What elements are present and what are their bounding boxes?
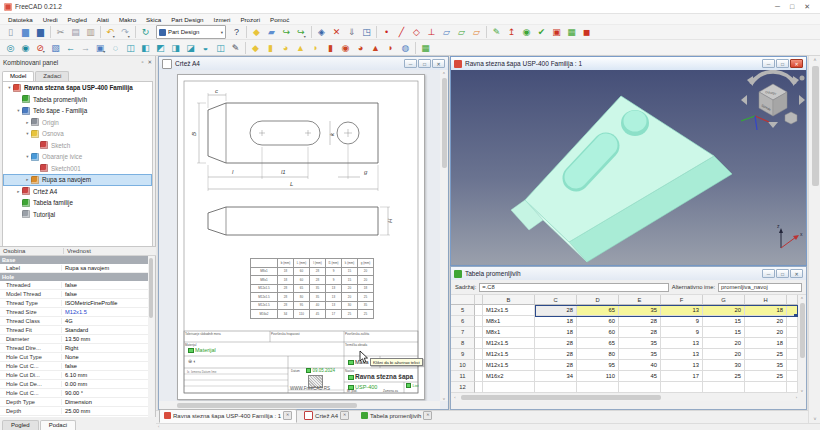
zoom-icon[interactable]: ◌	[108, 41, 123, 54]
subtractive-pipe-icon[interactable]: ◗	[383, 41, 398, 54]
grid-corner[interactable]	[475, 295, 483, 305]
textured-view-icon[interactable]: ▧	[48, 41, 63, 54]
view-sketch-icon[interactable]: ◉	[519, 26, 534, 39]
float-panel-icon[interactable]: ▫	[141, 59, 143, 65]
export-icon[interactable]: ◳	[359, 26, 374, 39]
prop-value[interactable]: 0.00 mm	[62, 381, 149, 387]
leave-sketch-icon[interactable]: ↥	[504, 26, 519, 39]
prop-row-thread-type[interactable]: Thread TypeISOMetricFineProfile	[0, 299, 149, 308]
cell-E6[interactable]: 28	[619, 316, 661, 327]
pad-icon[interactable]: ▮	[263, 41, 278, 54]
paste-icon[interactable]: ▥	[83, 26, 98, 39]
prop-value[interactable]: 4G	[62, 318, 149, 324]
edit-sketch-icon[interactable]: ✎	[489, 26, 504, 39]
cell-G8[interactable]: 20	[703, 338, 745, 349]
column-header-C[interactable]: C	[535, 295, 577, 305]
cell-F9[interactable]: 13	[661, 349, 703, 360]
close-panel-icon[interactable]: ✕	[147, 59, 152, 65]
minimize-icon[interactable]: ─	[404, 59, 417, 68]
workbench-selector[interactable]: Part Design▾	[156, 25, 226, 39]
cell-A11[interactable]	[475, 371, 483, 382]
cell-A10[interactable]	[475, 360, 483, 371]
close-tab-icon[interactable]: ✕	[423, 411, 432, 420]
delete-icon[interactable]: ✕	[329, 26, 344, 39]
menu-prozori[interactable]: Prozori	[235, 16, 265, 23]
prop-value[interactable]: Standard	[62, 327, 149, 333]
cell-F11[interactable]: 17	[661, 371, 703, 382]
cell-D8[interactable]: 65	[577, 338, 619, 349]
prop-value[interactable]: ISOMetricFineProfile	[62, 300, 149, 306]
cell-E8[interactable]: 35	[619, 338, 661, 349]
cell-B5[interactable]: M12x1.5	[483, 305, 535, 316]
menu-skica[interactable]: Skica	[141, 16, 166, 23]
cell-C6[interactable]: 18	[535, 316, 577, 327]
cell-B8[interactable]: M12x1.5	[483, 338, 535, 349]
measure-icon[interactable]: ✎	[228, 41, 243, 54]
cell-E9[interactable]: 35	[619, 349, 661, 360]
drawing-hscrollbar[interactable]	[159, 401, 440, 409]
cell-D7[interactable]: 60	[577, 327, 619, 338]
tab-podaci[interactable]: Podaci	[40, 420, 76, 430]
prop-value[interactable]: 6.10 mm	[62, 372, 149, 378]
cell-B12[interactable]	[483, 382, 535, 393]
column-header-F[interactable]: F	[661, 295, 703, 305]
camera-view-icon[interactable]: ▣▾	[93, 41, 108, 54]
cell-C7[interactable]: 18	[535, 327, 577, 338]
menu-alati[interactable]: Alati	[92, 16, 114, 23]
cell-A8[interactable]	[475, 338, 483, 349]
sketch-tools-icon[interactable]: ▦	[564, 26, 579, 39]
mdi-tab-crte-a4[interactable]: Crtež A4✕	[299, 409, 354, 423]
cell-C12[interactable]	[535, 382, 577, 393]
refresh-icon[interactable]: ↻	[138, 26, 153, 39]
view-rear-icon[interactable]: ◪	[183, 41, 198, 54]
expand-arrow-icon[interactable]: ▾	[15, 108, 22, 113]
create-polygon-icon[interactable]: ◇	[409, 26, 424, 39]
prop-row-thread-class[interactable]: Thread Class4G	[0, 317, 149, 326]
prop-value[interactable]: 25.00 mm	[62, 408, 149, 414]
prop-value[interactable]: Rupa sa navojem	[62, 265, 149, 271]
cell-F6[interactable]: 9	[661, 316, 703, 327]
menu-pogled[interactable]: Pogled	[63, 16, 92, 23]
draw-style-icon[interactable]: ⊘▾	[33, 41, 48, 54]
whats-this-icon[interactable]: ?	[229, 26, 244, 39]
viewport-3d[interactable]: Odozgo Spreda z x	[451, 70, 806, 265]
cell-C10[interactable]: 28	[535, 360, 577, 371]
minimize-icon[interactable]: ─	[762, 269, 775, 278]
prop-row-depth-type[interactable]: Depth TypeDimension	[0, 398, 149, 407]
menu-datoteka[interactable]: Datoteka	[3, 16, 38, 23]
new-file-icon[interactable]: ▯	[3, 26, 18, 39]
row-header-11[interactable]: 11	[451, 371, 475, 382]
column-header-B[interactable]: B	[483, 295, 535, 305]
cell-F10[interactable]: 13	[661, 360, 703, 371]
cell-B11[interactable]: M16x2	[483, 371, 535, 382]
row-header-6[interactable]: 6	[451, 316, 475, 327]
expand-arrow-icon[interactable]: ▾	[24, 131, 31, 136]
tree-item-crte-a4[interactable]: ▸Crtež A4	[3, 186, 152, 198]
cell-E11[interactable]: 45	[619, 371, 661, 382]
prop-row-thread-fit[interactable]: Thread FitStandard	[0, 326, 149, 335]
merge-sketch-icon[interactable]: ▣	[549, 26, 564, 39]
save-icon[interactable]: ▆	[33, 26, 48, 39]
sheet-hscrollbar[interactable]: ‹›	[451, 393, 798, 401]
create-sketch-icon[interactable]: ▱	[439, 26, 454, 39]
prop-row-model-thread[interactable]: Model Threadfalse	[0, 290, 149, 299]
tree-item-telo-ape-familija[interactable]: ▾Telo šape - Familija	[3, 105, 152, 117]
row-header-7[interactable]: 7	[451, 327, 475, 338]
cell-G11[interactable]: 25	[703, 371, 745, 382]
prop-row-hole-cut-de[interactable]: Hole Cut De...0.00 mm	[0, 380, 149, 389]
menu-uredi[interactable]: Uredi	[38, 16, 63, 23]
prop-row-hole-cut-type[interactable]: Hole Cut TypeNone	[0, 353, 149, 362]
prop-value[interactable]: false	[62, 363, 149, 369]
cell-D10[interactable]: 95	[577, 360, 619, 371]
cell-B10[interactable]: M12x1.5	[483, 360, 535, 371]
tree-item-tabela-familije[interactable]: Tabela familije	[3, 197, 152, 209]
column-header-E[interactable]: E	[619, 295, 661, 305]
std-part-icon[interactable]: ◆	[249, 26, 264, 39]
maximize-icon[interactable]: □	[418, 59, 431, 68]
tab-zadaci[interactable]: Zadaci	[35, 71, 69, 81]
axonometric-view-icon[interactable]: ◫	[123, 41, 138, 54]
tree-item-origin[interactable]: ▸Origin	[3, 117, 152, 129]
expand-arrow-icon[interactable]: ▸	[15, 189, 22, 194]
prop-value[interactable]: M12x1.5	[62, 309, 149, 315]
prop-row-hole-cut-c[interactable]: Hole Cut C...false	[0, 362, 149, 371]
